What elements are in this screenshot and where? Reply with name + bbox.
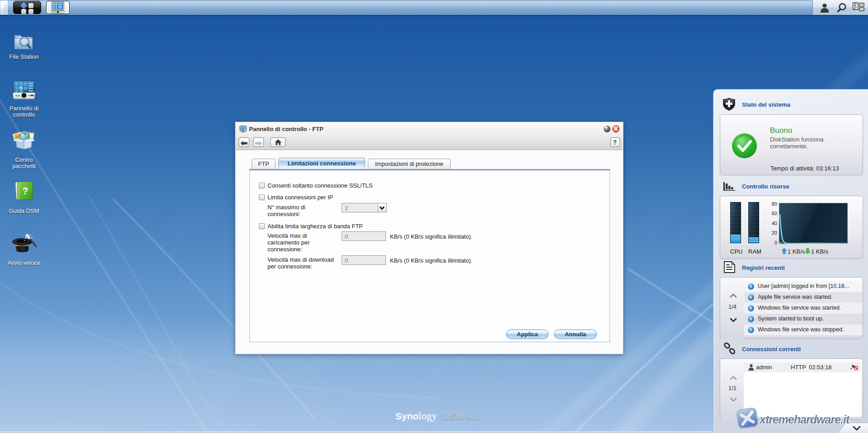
svg-text:?: ? xyxy=(22,185,28,197)
